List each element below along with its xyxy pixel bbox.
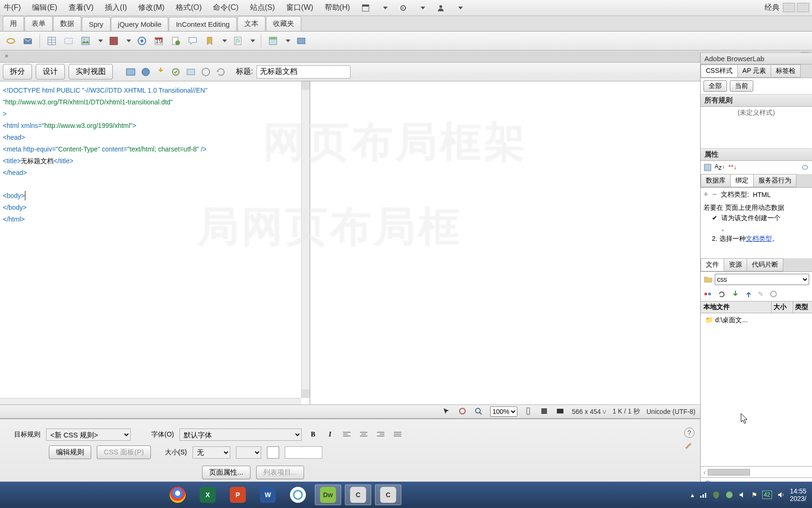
desktop-size-icon[interactable] xyxy=(556,407,565,416)
tray-gpu-icon[interactable] xyxy=(725,491,734,499)
tab-css-styles[interactable]: CSS样式 xyxy=(701,64,738,78)
select-tool-icon[interactable] xyxy=(442,407,452,416)
files-hscroll[interactable] xyxy=(708,469,750,476)
help-icon[interactable]: ? xyxy=(684,428,695,438)
minimize-button[interactable] xyxy=(783,3,795,12)
tab-ap-elements[interactable]: AP 元素 xyxy=(737,64,771,78)
email-link-icon[interactable] xyxy=(22,35,34,47)
color-swatch[interactable] xyxy=(267,446,279,459)
remove-binding-icon[interactable]: − xyxy=(712,190,718,199)
files-col-name[interactable]: 本地文件 xyxy=(701,302,772,313)
quick-edit-icon[interactable] xyxy=(684,441,695,451)
tab-server-behaviors[interactable]: 服务器行为 xyxy=(753,174,796,187)
menu-edit[interactable]: 编辑(E) xyxy=(32,3,57,13)
align-justify-button[interactable] xyxy=(392,429,403,440)
comment-icon[interactable] xyxy=(187,35,199,47)
get-files-icon[interactable] xyxy=(732,290,739,298)
align-center-button[interactable] xyxy=(358,429,369,440)
menu-file[interactable]: 牛(F) xyxy=(4,3,21,13)
align-left-button[interactable] xyxy=(341,429,352,440)
browser-nav-icon[interactable] xyxy=(155,66,166,78)
tray-flag-icon[interactable]: ⚑ xyxy=(751,491,757,499)
media-icon[interactable] xyxy=(108,35,120,47)
italic-button[interactable]: I xyxy=(324,429,336,440)
checkout-icon[interactable]: ✎ xyxy=(758,290,764,298)
tray-time[interactable]: 14:55 xyxy=(790,487,806,495)
tab-common[interactable]: 用 xyxy=(3,16,24,31)
show-list-icon[interactable]: Az↓ xyxy=(715,163,725,171)
taskbar-dreamweaver[interactable]: Dw xyxy=(315,484,341,505)
menu-site[interactable]: 站点(S) xyxy=(250,3,275,13)
tab-text[interactable]: 文本 xyxy=(237,16,265,31)
tab-snippets[interactable]: 代码片断 xyxy=(747,258,783,271)
tab-files[interactable]: 文件 xyxy=(701,258,724,271)
zoom-tool-icon[interactable] xyxy=(474,407,484,416)
tablet-size-icon[interactable] xyxy=(540,407,549,416)
tray-shield-icon[interactable] xyxy=(712,491,720,499)
tray-chevron-icon[interactable]: ▴ xyxy=(691,491,694,499)
zoom-select[interactable]: 100% xyxy=(490,406,517,417)
files-col-size[interactable]: 大小 xyxy=(772,302,793,313)
files-col-type[interactable]: 类型 xyxy=(793,302,812,313)
inspect-icon[interactable] xyxy=(140,66,151,78)
tab-tag-inspector[interactable]: 标签检 xyxy=(771,64,801,78)
tray-date[interactable]: 2023/ xyxy=(790,495,806,502)
hyperlink-icon[interactable] xyxy=(5,35,17,47)
tab-favorites[interactable]: 收藏夹 xyxy=(266,16,301,31)
menu-insert[interactable]: 插入(I) xyxy=(105,3,127,13)
hand-tool-icon[interactable] xyxy=(458,407,468,416)
head-icon[interactable] xyxy=(203,35,216,47)
show-set-icon[interactable]: **↓ xyxy=(727,164,736,171)
add-binding-icon[interactable]: + xyxy=(703,190,709,199)
gear-icon[interactable] xyxy=(399,4,407,12)
files-row[interactable]: 📁 d:\桌面文... xyxy=(703,315,809,325)
font-select[interactable]: 默认字体 xyxy=(180,429,302,441)
color-input[interactable] xyxy=(285,446,322,459)
tab-incontext[interactable]: InContext Editing xyxy=(169,17,236,31)
refresh-icon[interactable] xyxy=(215,66,226,78)
phone-size-icon[interactable] xyxy=(524,407,533,416)
tray-network-icon[interactable] xyxy=(699,491,707,499)
design-view[interactable] xyxy=(310,81,700,405)
close-document-icon[interactable]: × xyxy=(3,53,10,60)
page-properties-button[interactable]: 页面属性... xyxy=(202,466,250,479)
templates-icon[interactable] xyxy=(267,35,279,47)
taskbar-powerpoint[interactable]: P xyxy=(225,484,251,505)
sync-icon[interactable] xyxy=(769,290,778,298)
browserlab-panel-header[interactable]: Adobe BrowserLab xyxy=(701,53,812,64)
tray-speaker-icon[interactable] xyxy=(777,491,785,499)
show-category-icon[interactable] xyxy=(703,163,712,172)
menu-window[interactable]: 窗口(W) xyxy=(286,3,313,13)
tab-forms[interactable]: 表单 xyxy=(24,16,53,31)
code-view[interactable]: <!DOCTYPE html PUBLIC "-//W3C//DTD XHTML… xyxy=(0,81,310,405)
site-select[interactable]: css xyxy=(715,274,809,285)
size-select[interactable]: 无 xyxy=(193,446,230,459)
layout-icon[interactable] xyxy=(361,4,370,12)
tab-bindings[interactable]: 绑定 xyxy=(730,174,754,187)
check-browser-icon[interactable] xyxy=(185,66,196,78)
taskbar-camtasia-1[interactable]: C xyxy=(345,484,371,505)
vertical-scrollbar[interactable] xyxy=(301,81,310,398)
tab-jquerymobile[interactable]: jQuery Mobile xyxy=(111,17,169,31)
taskbar-excel[interactable]: X xyxy=(195,484,221,505)
tag-chooser-icon[interactable] xyxy=(295,35,307,47)
widget-icon[interactable] xyxy=(136,35,148,47)
layout-selector[interactable]: 经典 xyxy=(765,3,780,13)
edit-rule-button[interactable]: 编辑规则 xyxy=(49,445,91,459)
list-item-button[interactable]: 列表项目... xyxy=(256,466,304,479)
taskbar-word[interactable]: W xyxy=(255,484,281,505)
doctype-link[interactable]: 文档类型 xyxy=(746,235,772,242)
date-icon[interactable]: 19 xyxy=(153,35,165,47)
split-view-button[interactable]: 拆分 xyxy=(3,64,32,79)
person-icon[interactable] xyxy=(437,4,445,12)
server-include-icon[interactable] xyxy=(170,35,182,47)
live-code-icon[interactable] xyxy=(125,66,136,78)
tray-audio-icon[interactable] xyxy=(738,491,747,499)
horizontal-scrollbar[interactable] xyxy=(0,398,301,405)
script-icon[interactable]: js xyxy=(232,35,244,47)
target-rule-select[interactable]: <新 CSS 规则> xyxy=(46,429,131,441)
attach-style-icon[interactable] xyxy=(801,164,809,171)
align-right-button[interactable] xyxy=(375,429,386,440)
title-input[interactable] xyxy=(257,65,351,79)
refresh-files-icon[interactable] xyxy=(718,290,726,298)
